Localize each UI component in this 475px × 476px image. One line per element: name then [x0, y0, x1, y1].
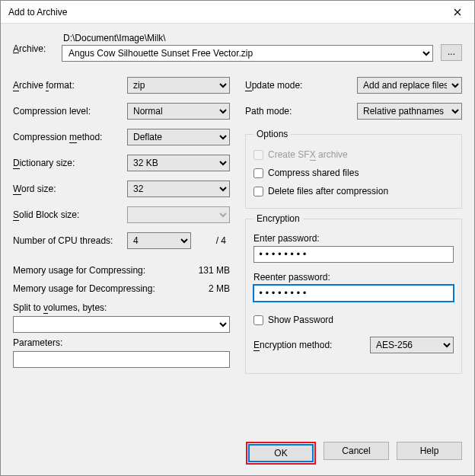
pathmode-label: Path mode: — [245, 106, 357, 117]
sfx-label: Create SFX archive — [268, 149, 348, 160]
cpu-select[interactable]: 4 — [127, 232, 191, 249]
solid-label: Solid Block size: — [13, 209, 127, 220]
show-pw-label: Show Password — [268, 315, 333, 325]
dict-select[interactable]: 32 KB — [127, 155, 230, 171]
pathmode-select[interactable]: Relative pathnames — [357, 103, 462, 120]
enc-method-select[interactable]: AES-256 — [370, 337, 454, 353]
method-select[interactable]: Deflate — [127, 129, 230, 145]
cpu-total: / 4 — [196, 235, 226, 246]
window-title: Add to Archive — [8, 7, 67, 18]
archive-label: Archive: — [13, 33, 54, 54]
split-select[interactable] — [13, 316, 230, 333]
dialog-content: Archive: D:\Document\Image\Milk\ Angus C… — [1, 24, 474, 433]
level-select[interactable]: Normal — [127, 103, 230, 120]
cancel-button[interactable]: Cancel — [324, 442, 389, 460]
help-button[interactable]: Help — [397, 442, 462, 460]
close-icon — [454, 8, 461, 16]
split-label: Split to volumes, bytes: — [13, 302, 230, 313]
ok-highlight: OK — [246, 442, 316, 465]
solid-select — [127, 206, 230, 223]
delete-label: Delete files after compression — [268, 186, 388, 196]
enc-method-label: Encryption method: — [253, 340, 332, 350]
archive-path: D:\Document\Image\Milk\ — [62, 33, 433, 43]
params-input[interactable] — [13, 351, 230, 368]
level-label: Compression level: — [13, 106, 127, 117]
close-button[interactable] — [440, 1, 474, 24]
word-select[interactable]: 32 — [127, 180, 230, 197]
method-label: Compression method: — [13, 132, 127, 142]
options-fieldset: Options Create SFX archive Compress shar… — [245, 129, 462, 209]
options-legend: Options — [253, 129, 291, 139]
mem-decompress-label: Memory usage for Decompressing: — [13, 283, 155, 294]
enter-pw-label: Enter password: — [253, 233, 454, 244]
titlebar: Add to Archive — [1, 1, 474, 24]
mem-compress-label: Memory usage for Compressing: — [13, 265, 145, 276]
mem-decompress-value: 2 MB — [209, 283, 230, 294]
encryption-fieldset: Encryption Enter password: Reenter passw… — [245, 213, 462, 374]
archive-row: Archive: D:\Document\Image\Milk\ Angus C… — [13, 33, 462, 62]
format-label: Archive format: — [13, 80, 127, 91]
reenter-pw-input[interactable] — [253, 285, 454, 302]
encryption-legend: Encryption — [253, 213, 303, 224]
archive-filename-select[interactable]: Angus Cow Silhouette Sunset Free Vector.… — [62, 45, 433, 62]
mem-compress-value: 131 MB — [199, 265, 230, 276]
dialog-window: Add to Archive Archive: D:\Document\Imag… — [0, 0, 475, 476]
right-column: Update mode: Add and replace files Path … — [245, 72, 462, 426]
word-label: Word size: — [13, 184, 127, 194]
enter-pw-input[interactable] — [253, 246, 454, 263]
update-select[interactable]: Add and replace files — [357, 77, 462, 94]
show-pw-checkbox[interactable] — [253, 315, 263, 325]
left-column: Archive format: zip Compression level: N… — [13, 72, 230, 426]
update-label: Update mode: — [245, 80, 357, 91]
browse-button[interactable]: ... — [441, 44, 462, 61]
reenter-pw-label: Reenter password: — [253, 272, 454, 283]
archive-main: D:\Document\Image\Milk\ Angus Cow Silhou… — [62, 33, 433, 62]
button-bar: OK Cancel Help — [1, 433, 474, 475]
sfx-checkbox — [253, 150, 263, 160]
ok-button[interactable]: OK — [248, 444, 314, 462]
delete-checkbox[interactable] — [253, 187, 263, 196]
shared-checkbox[interactable] — [253, 168, 263, 178]
shared-label: Compress shared files — [268, 168, 359, 178]
columns: Archive format: zip Compression level: N… — [13, 72, 462, 426]
format-select[interactable]: zip — [127, 77, 230, 94]
cpu-label: Number of CPU threads: — [13, 235, 127, 246]
params-label: Parameters: — [13, 337, 230, 348]
dict-label: Dictionary size: — [13, 158, 127, 168]
